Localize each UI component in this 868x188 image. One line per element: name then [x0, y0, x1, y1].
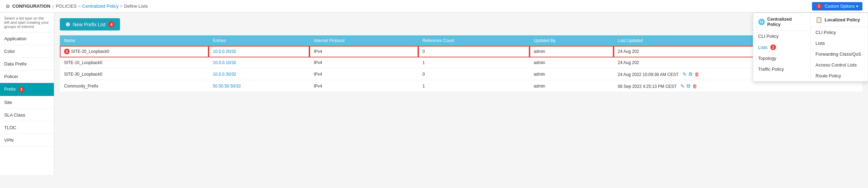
content-area: ⊕ New Prefix List 4 Name Entries Interne… — [54, 13, 868, 175]
table-row[interactable]: Community_Prefix 50.50.50.50/32 IPv4 1 a… — [60, 80, 862, 92]
col-entries: Entries — [209, 35, 309, 46]
prefix-list-table: Name Entries Internet Protocol Reference… — [60, 35, 862, 92]
table-row[interactable]: SITE-30_Loopback0 10.0.0.30/32 IPv4 0 ad… — [60, 68, 862, 80]
custom-options-badge: 1 — [816, 4, 822, 9]
new-btn-label: New Prefix List — [73, 22, 105, 27]
cell-protocol: IPv4 — [309, 68, 418, 80]
config-title: CONFIGURATION — [12, 4, 50, 9]
sidebar-item-vpn[interactable]: VPN — [0, 134, 54, 147]
cell-ref-count: 1 — [418, 80, 530, 92]
cell-entries[interactable]: 10.0.0.30/32 — [209, 68, 309, 80]
cell-name: SITE-10_Loopback0 — [60, 57, 209, 68]
prefix-badge: 3 — [19, 87, 24, 92]
breadcrumb-arrow-1: > — [78, 4, 81, 9]
cell-protocol: IPv4 — [309, 46, 418, 57]
cell-name: 5SITE-20_Loopback0 — [60, 46, 209, 57]
custom-options-label: Custom Options — [825, 4, 855, 9]
table-row[interactable]: 5SITE-20_Loopback0 10.0.0.20/32 IPv4 0 a… — [60, 46, 862, 57]
delete-icon[interactable]: 🗑 — [692, 83, 697, 89]
sidebar-item-tloc[interactable]: TLOC — [0, 121, 54, 134]
dropdown-lists-left[interactable]: Lists 2 — [753, 42, 810, 53]
dropdown-lists-right[interactable]: Lists — [811, 38, 868, 49]
dropdown-forwarding-class[interactable]: Forwarding Class/QoS — [811, 49, 868, 60]
localized-policy-header: 📋 Localized Policy — [811, 13, 868, 27]
cell-updated-by: admin — [530, 80, 614, 92]
localized-policy-col: 📋 Localized Policy CLI Policy Lists Forw… — [811, 13, 868, 81]
sidebar-item-application[interactable]: Application — [0, 33, 54, 45]
dropdown-acl[interactable]: Access Control Lists — [811, 60, 868, 70]
dropdown-cli-policy-right[interactable]: CLI Policy — [811, 27, 868, 38]
cell-updated-by: admin — [530, 57, 614, 68]
col-reference-count: Reference Count — [418, 35, 530, 46]
copy-icon[interactable]: ⧉ — [689, 71, 692, 77]
plus-icon: ⊕ — [65, 21, 70, 28]
breadcrumb-current: Define Lists — [124, 4, 148, 9]
dropdown-cli-policy-left[interactable]: CLI Policy — [753, 31, 810, 42]
cell-entries[interactable]: 10.0.0.10/32 — [209, 57, 309, 68]
col-internet-protocol: Internet Protocol — [309, 35, 418, 46]
sidebar-item-policer[interactable]: Policer — [0, 70, 54, 83]
row-badge: 5 — [64, 49, 70, 54]
col-name: Name — [60, 35, 209, 46]
sidebar: Select a list type on the left and start… — [0, 13, 54, 175]
new-btn-badge: 4 — [108, 21, 114, 28]
cell-last-updated: 06 Sep 2022 4:25:13 PM CEST ✎⧉🗑 — [614, 80, 862, 92]
sidebar-item-site[interactable]: Site — [0, 96, 54, 109]
dropdown-route-policy[interactable]: Route Policy — [811, 70, 868, 81]
cell-name: Community_Prefix — [60, 80, 209, 92]
main-layout: Select a list type on the left and start… — [0, 13, 868, 175]
new-prefix-list-toolbar: ⊕ New Prefix List 4 — [60, 18, 862, 35]
cell-name: SITE-30_Loopback0 — [60, 68, 209, 80]
cell-updated-by: admin — [530, 46, 614, 57]
sidebar-item-prefix[interactable]: Prefix 3 — [0, 83, 54, 96]
table-header-row: Name Entries Internet Protocol Reference… — [60, 35, 862, 46]
dropdown-arrow-icon: ▾ — [856, 4, 858, 9]
policy-icon: 📋 — [816, 16, 822, 23]
col-updated-by: Updated By — [530, 35, 614, 46]
policies-label: POLICIES — [56, 4, 77, 9]
localized-policy-title: Localized Policy — [825, 17, 860, 22]
sidebar-description: Select a list type on the left and start… — [0, 13, 54, 33]
cell-entries[interactable]: 10.0.0.20/32 — [209, 46, 309, 57]
lists-badge: 2 — [770, 44, 776, 50]
cell-entries[interactable]: 50.50.50.50/32 — [209, 80, 309, 92]
copy-icon[interactable]: ⧉ — [687, 83, 690, 89]
top-nav: ⚙ CONFIGURATION | POLICIES > Centralized… — [0, 0, 868, 13]
globe-icon: 🌐 — [758, 19, 765, 25]
centralized-policy-title: Centralized Policy — [767, 16, 805, 27]
cell-protocol: IPv4 — [309, 57, 418, 68]
sidebar-item-data-prefix[interactable]: Data Prefix — [0, 58, 54, 70]
custom-options-dropdown: 🌐 Centralized Policy CLI Policy Lists 2 … — [753, 13, 868, 82]
centralized-policy-header: 🌐 Centralized Policy — [753, 13, 810, 31]
cell-ref-count: 0 — [418, 46, 530, 57]
delete-icon[interactable]: 🗑 — [694, 71, 699, 77]
centralized-policy-col: 🌐 Centralized Policy CLI Policy Lists 2 … — [753, 13, 810, 81]
edit-icon[interactable]: ✎ — [680, 83, 685, 89]
new-prefix-list-button[interactable]: ⊕ New Prefix List 4 — [60, 18, 120, 30]
cell-protocol: IPv4 — [309, 80, 418, 92]
table-row[interactable]: SITE-10_Loopback0 10.0.0.10/32 IPv4 1 ad… — [60, 57, 862, 68]
cell-ref-count: 1 — [418, 57, 530, 68]
sidebar-item-sla-class[interactable]: SLA Class — [0, 109, 54, 121]
cell-updated-by: admin — [530, 68, 614, 80]
cell-ref-count: 0 — [418, 68, 530, 80]
custom-options-button[interactable]: 1 Custom Options ▾ — [812, 2, 862, 11]
dropdown-traffic-policy-left[interactable]: Traffic Policy — [753, 64, 810, 75]
breadcrumb-centralized-policy[interactable]: Centralized Policy — [82, 4, 119, 9]
edit-icon[interactable]: ✎ — [682, 71, 687, 77]
gear-icon: ⚙ — [6, 4, 10, 9]
dropdown-topology-left[interactable]: Topology — [753, 53, 810, 64]
sidebar-item-color[interactable]: Color — [0, 45, 54, 58]
separator: | — [52, 4, 54, 9]
breadcrumb-arrow-2: > — [120, 4, 123, 9]
